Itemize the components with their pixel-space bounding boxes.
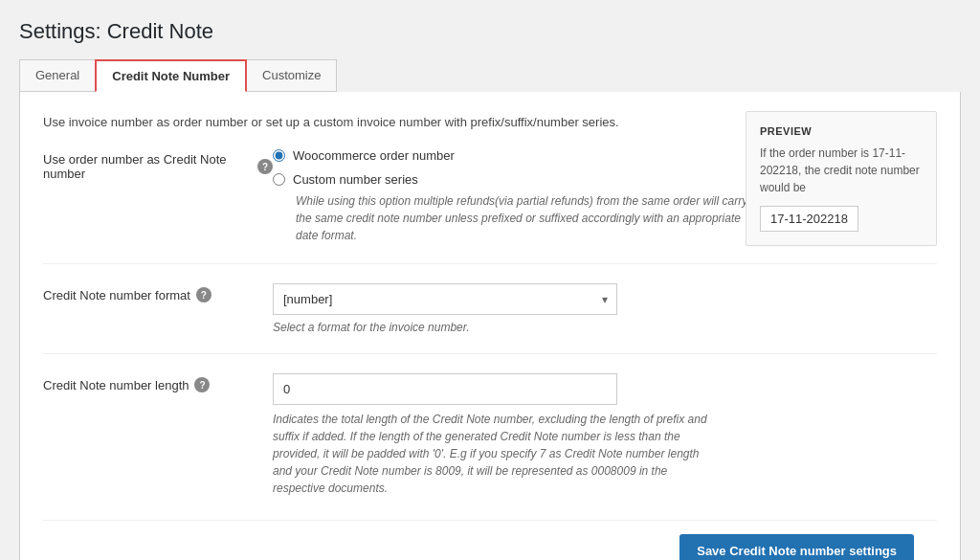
save-button[interactable]: Save Credit Note number settings	[679, 534, 914, 560]
radio-custom-input[interactable]	[273, 173, 285, 186]
content-box: PREVIEW If the order number is 17-11-202…	[19, 92, 961, 560]
length-label: Credit Note number length ?	[43, 373, 273, 392]
format-control: [number] [prefix][number] [number][suffi…	[273, 283, 937, 334]
tab-bar: General Credit Note Number Customize	[19, 59, 961, 92]
order-number-help-icon[interactable]: ?	[257, 159, 273, 174]
format-help-icon[interactable]: ?	[196, 287, 212, 302]
format-hint: Select a format for the invoice number.	[273, 321, 937, 334]
length-hint: Indicates the total length of the Credit…	[273, 411, 713, 497]
page-title: Settings: Credit Note	[19, 19, 961, 44]
divider-1	[43, 263, 937, 264]
format-label: Credit Note number format ?	[43, 283, 273, 302]
order-number-label: Use order number as Credit Note number ?	[43, 148, 273, 181]
format-select[interactable]: [number] [prefix][number] [number][suffi…	[273, 283, 617, 315]
footer-bar: Save Credit Note number settings	[43, 520, 937, 560]
radio-woocommerce-input[interactable]	[273, 149, 285, 162]
tab-general[interactable]: General	[19, 59, 96, 92]
preview-box: PREVIEW If the order number is 17-11-202…	[746, 111, 937, 246]
length-section: Credit Note number length ? Indicates th…	[43, 373, 937, 497]
preview-title: PREVIEW	[760, 125, 923, 137]
format-section: Credit Note number format ? [number] [pr…	[43, 283, 937, 334]
length-help-icon[interactable]: ?	[194, 377, 210, 392]
radio-custom-label: Custom number series	[293, 172, 418, 187]
length-control: Indicates the total length of the Credit…	[273, 373, 937, 497]
radio-woocommerce-label: Woocommerce order number	[293, 148, 455, 163]
tab-credit-note-number[interactable]: Credit Note Number	[95, 59, 247, 92]
length-input[interactable]	[273, 373, 617, 405]
tab-customize[interactable]: Customize	[246, 59, 337, 92]
format-select-wrapper: [number] [prefix][number] [number][suffi…	[273, 283, 617, 315]
partial-refund-note: While using this option multiple refunds…	[296, 192, 755, 244]
preview-value: 17-11-202218	[760, 206, 858, 232]
preview-description: If the order number is 17-11-202218, the…	[760, 145, 923, 196]
divider-2	[43, 353, 937, 354]
